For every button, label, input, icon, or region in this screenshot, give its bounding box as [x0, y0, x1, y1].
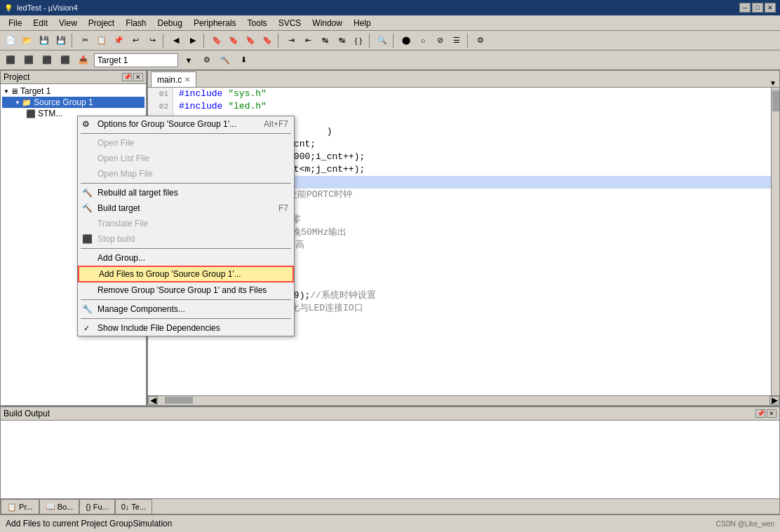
snippet-button[interactable]: { }: [351, 33, 366, 48]
cut-button[interactable]: ✂: [77, 33, 93, 48]
tb2-btn2[interactable]: ⬛: [21, 53, 36, 68]
bottom-panel: Build Output 📌 ✕ 📋 Pr... 📖 Bo... {} Fu..…: [0, 406, 780, 514]
build-btn[interactable]: 🔨: [217, 53, 233, 68]
download-btn[interactable]: ⬇: [236, 53, 251, 68]
tab-main-c[interactable]: main.c ✕: [151, 71, 196, 87]
context-menu: ⚙ Options for Group 'Source Group 1'... …: [77, 116, 295, 336]
menu-view[interactable]: View: [53, 15, 83, 30]
paste-button[interactable]: 📌: [111, 33, 126, 48]
build-panel-pin[interactable]: 📌: [755, 409, 765, 418]
horiz-scrollbar-thumb[interactable]: [165, 397, 193, 404]
panel-close-button[interactable]: ✕: [133, 73, 143, 81]
scrollbar-thumb[interactable]: [772, 90, 779, 111]
menu-help[interactable]: Help: [348, 15, 377, 30]
bottom-tab-books[interactable]: 📖 Bo...: [39, 499, 80, 514]
ctx-rebuild-all[interactable]: 🔨 Rebuild all target files: [78, 185, 294, 200]
search-button[interactable]: 🔍: [375, 33, 390, 48]
tb2-btn3[interactable]: ⬛: [39, 53, 55, 68]
status-bar: Add Files to current Project Group Simul…: [0, 514, 780, 532]
tab-bar: main.c ✕ ▼: [148, 71, 779, 88]
bottom-tab-templates[interactable]: 0↓ Te...: [115, 499, 152, 514]
menu-project[interactable]: Project: [83, 15, 120, 30]
toolbar1: 📄 📂 💾 💾 ✂ 📋 📌 ↩ ↪ ◀ ▶ 🔖 🔖 🔖 🔖 ⇥ ⇤ ↹ ↹ { …: [0, 31, 780, 50]
scroll-track[interactable]: [158, 396, 769, 405]
tab-close-button[interactable]: ✕: [184, 76, 190, 83]
menu-svcs[interactable]: SVCS: [273, 15, 307, 30]
code-line-01: 01 #include "sys.h": [148, 88, 771, 100]
maximize-button[interactable]: □: [752, 3, 763, 13]
tree-item-source-group[interactable]: ▼ 📁 Source Group 1: [2, 97, 144, 108]
indent3-button[interactable]: ↹: [334, 33, 349, 48]
build-panel-close[interactable]: ✕: [767, 409, 776, 418]
ctx-show-include[interactable]: ✓ Show Include File Dependencies: [78, 320, 294, 336]
build-output-content: [1, 421, 779, 498]
target-dropdown[interactable]: ▼: [181, 53, 196, 68]
load-button[interactable]: 📥: [76, 53, 91, 68]
ctx-build-icon: 🔨: [82, 203, 93, 213]
menu-file[interactable]: File: [3, 15, 27, 30]
status-message: Add Files to current Project Group: [6, 519, 133, 528]
ctx-sep3: [81, 248, 291, 249]
target-settings[interactable]: ⚙: [199, 53, 215, 68]
bookmark2-button[interactable]: 🔖: [226, 33, 241, 48]
separator2: [163, 34, 166, 48]
menu-window[interactable]: Window: [307, 15, 348, 30]
undo-button[interactable]: ↩: [128, 33, 143, 48]
indent2-button[interactable]: ↹: [317, 33, 332, 48]
bottom-tab-functions[interactable]: {} Fu...: [79, 499, 114, 514]
outdent-button[interactable]: ⇤: [300, 33, 316, 48]
ctx-options-icon: ⚙: [82, 119, 90, 129]
bookmark-button[interactable]: 🔖: [209, 33, 224, 48]
toolbar2: ⬛ ⬛ ⬛ ⬛ 📥 ▼ ⚙ 🔨 ⬇: [0, 50, 780, 70]
breakpoint-list-button[interactable]: ☰: [449, 33, 464, 48]
scroll-right-button[interactable]: ▶: [769, 396, 779, 404]
ctx-open-map-file: Open Map File: [78, 166, 294, 182]
ctx-manage-components[interactable]: 🔧 Manage Components...: [78, 301, 294, 317]
close-button[interactable]: ✕: [765, 3, 776, 13]
project-panel-header: Project 📌 ✕: [1, 71, 146, 84]
settings-button[interactable]: ⚙: [473, 33, 488, 48]
panel-pin-button[interactable]: 📌: [122, 73, 132, 81]
ctx-add-group[interactable]: Add Group...: [78, 250, 294, 266]
menu-debug[interactable]: Debug: [152, 15, 188, 30]
menu-flash[interactable]: Flash: [120, 15, 152, 30]
ctx-open-list-file: Open List File: [78, 151, 294, 166]
indent-button[interactable]: ⇥: [283, 33, 299, 48]
new-file-button[interactable]: 📄: [3, 33, 18, 48]
tree-item-target1[interactable]: ▼ 🖥 Target 1: [2, 86, 144, 97]
save-all-button[interactable]: 💾: [53, 33, 69, 48]
separator3: [203, 34, 206, 48]
ctx-add-files-to-group[interactable]: Add Files to Group 'Source Group 1'...: [78, 266, 294, 282]
ctx-sep1: [81, 133, 291, 134]
clear-breakpoint-button[interactable]: ○: [415, 33, 431, 48]
bookmark3-button[interactable]: 🔖: [243, 33, 258, 48]
bottom-tab-project[interactable]: 📋 Pr...: [1, 499, 39, 514]
bookmark4-button[interactable]: 🔖: [260, 33, 275, 48]
separator6: [393, 34, 396, 48]
target-selector[interactable]: [94, 53, 178, 67]
tab-dropdown-button[interactable]: ▼: [769, 79, 776, 87]
save-button[interactable]: 💾: [36, 33, 52, 48]
ctx-build-target[interactable]: 🔨 Build target F7: [78, 200, 294, 216]
copy-button[interactable]: 📋: [94, 33, 109, 48]
tb2-btn4[interactable]: ⬛: [58, 53, 73, 68]
forward-button[interactable]: ▶: [185, 33, 201, 48]
ctx-remove-group[interactable]: Remove Group 'Source Group 1' and its Fi…: [78, 282, 294, 298]
minimize-button[interactable]: ─: [739, 3, 751, 13]
back-button[interactable]: ◀: [168, 33, 184, 48]
menu-edit[interactable]: Edit: [27, 15, 53, 30]
menu-peripherals[interactable]: Peripherals: [188, 15, 242, 30]
ctx-checkmark-icon: ✓: [83, 324, 90, 333]
tb2-btn1[interactable]: ⬛: [3, 53, 18, 68]
watermark: CSDN @Like_wen: [715, 520, 774, 528]
breakpoint-button[interactable]: ⬤: [398, 33, 414, 48]
redo-button[interactable]: ↪: [144, 33, 160, 48]
open-button[interactable]: 📂: [20, 33, 35, 48]
menu-tools[interactable]: Tools: [242, 15, 273, 30]
vertical-scrollbar[interactable]: [771, 88, 779, 395]
scroll-left-button[interactable]: ◀: [148, 396, 158, 404]
ctx-rebuild-icon: 🔨: [82, 188, 93, 198]
ctx-sep2: [81, 183, 291, 184]
ctx-options-for-group[interactable]: ⚙ Options for Group 'Source Group 1'... …: [78, 116, 294, 132]
disable-breakpoint-button[interactable]: ⊘: [432, 33, 448, 48]
